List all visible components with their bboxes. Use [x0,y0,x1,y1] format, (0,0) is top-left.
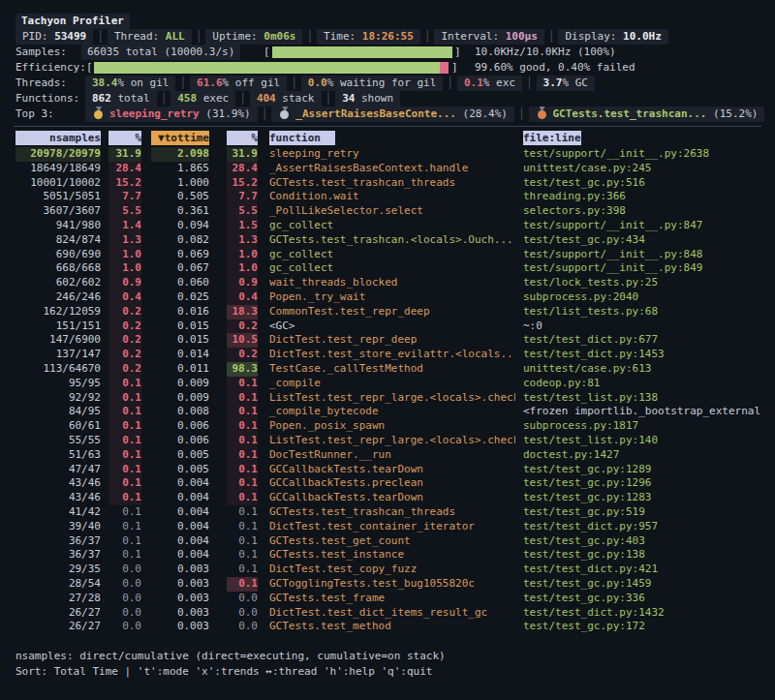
cell-c: 0.1 [227,391,258,406]
status-thread: Thread: ALL [108,29,192,45]
table-row[interactable]: 51/630.10.0050.1DocTestRunner.__rundocte… [0,448,775,463]
table-row[interactable]: 36/370.10.0040.1GCTests.test_instancetes… [0,548,775,563]
table-row[interactable]: 151/1510.20.0150.2<GC>~:0 [0,320,775,334]
cell-t: 0.004 [151,534,209,549]
cell-d: 28.4 [108,162,141,176]
cell-ns: 10001/10002 [16,176,101,191]
cell-c: 1.0 [227,248,258,262]
table-row[interactable]: 137/1470.20.0140.2DictTest.test_store_ev… [0,348,775,362]
cell-ns: 43/46 [16,491,101,505]
function-stat: 404 stack [250,91,322,107]
table-row[interactable]: 36/370.10.0040.1GCTests.test_get_countte… [0,534,775,549]
table-row[interactable]: 26/270.00.0030.0DictTest.test_dict_items… [0,606,775,621]
cell-c: 31.9 [227,147,258,162]
cell-ns: 26/27 [16,620,101,634]
table-row[interactable]: 824/8741.30.0821.3GCTests.test_trashcan.… [0,233,775,248]
table-row[interactable]: 43/460.10.0040.1GCCallbackTests.tearDown… [0,491,775,505]
cell-file: test/list_tests.py:68 [523,305,775,320]
cell-t: 0.069 [151,248,209,262]
header-tottime-sorted[interactable]: ▼tottime [151,131,209,145]
table-row[interactable]: 690/6901.00.0691.0gc_collecttest/support… [0,248,775,262]
table-row[interactable]: 26/270.00.0030.0GCTests.test_methodtest/… [0,620,775,634]
table-row[interactable]: 47/470.10.0050.1GCCallbackTests.tearDown… [0,463,775,477]
table-row[interactable]: 41/420.10.0040.1GCTests.test_trashcan_th… [0,505,775,520]
function-value: 458 [177,92,197,105]
status-value: ALL [166,30,185,43]
table-row[interactable]: 20978/2097931.92.09831.9sleeping_retryte… [0,147,775,162]
table-row[interactable]: 246/2460.40.0250.4Popen._try_waitsubproc… [0,290,775,305]
thread-value: 0.1 [464,76,483,89]
cell-ns: 28/54 [16,577,101,592]
samples-bar-open: [ [264,45,270,60]
table-row[interactable]: 3607/36075.50.3615.5_PollLikeSelector.se… [0,204,775,219]
top3-item[interactable]: GCTests.test_trashcan... (15.2%) [529,107,765,122]
cell-ns: 162/12059 [16,305,101,320]
cell-c: 0.1 [227,448,258,463]
thread-stat: 61.6% off gil [190,76,287,91]
samples-line: Samples: 66035 total (10000.3/s) [ ] 10.… [0,45,775,60]
cell-d: 0.1 [108,548,141,563]
header-cumulative-pct[interactable]: % [227,131,258,145]
cell-file: test/test_dict.py:1453 [523,348,775,362]
cell-d: 0.4 [108,290,141,305]
cell-d: 0.1 [108,463,141,477]
table-row[interactable]: 668/6681.00.0671.0gc_collecttest/support… [0,261,775,276]
table-row[interactable]: 92/920.10.0090.1ListTest.test_repr_large… [0,391,775,406]
cell-file: test/test_gc.py:172 [523,620,775,634]
header-direct-pct[interactable]: % [108,131,141,145]
cell-ns: 690/690 [16,248,101,262]
status-pid: PID: 53499 [16,29,93,45]
header-function[interactable]: function [269,131,515,145]
table-row[interactable]: 10001/1000215.21.00015.2GCTests.test_tra… [0,176,775,191]
table-row[interactable]: 941/9801.40.0941.5gc_collecttest/support… [0,219,775,233]
table-row[interactable]: 162/120590.20.01618.3CommonTest.test_rep… [0,305,775,320]
cell-ns: 60/61 [16,419,101,434]
header-nsamples[interactable]: nsamples [16,131,101,145]
thread-value: 38.4 [92,76,118,89]
cell-d: 0.1 [108,448,141,463]
top3-item[interactable]: sleeping_retry (31.9%) [85,107,258,122]
cell-fn: CommonTest.test_repr_deep [269,305,515,320]
table-row[interactable]: 147/69000.20.01510.5DictTest.test_repr_d… [0,333,775,348]
cell-t: 0.004 [151,520,209,534]
table-row[interactable]: 18649/1864928.41.86528.4_AssertRaisesBas… [0,162,775,176]
cell-fn: DictTest.test_store_evilattr.<locals... [269,348,515,362]
cell-ns: 113/64670 [16,362,101,377]
table-row[interactable]: 29/350.00.0030.1DictTest.test_copy_fuzzt… [0,563,775,577]
cell-d: 0.1 [108,491,141,505]
table-row[interactable]: 27/280.00.0030.0GCTests.test_frametest/t… [0,592,775,606]
cell-fn: GCTests.test_get_count [269,534,515,549]
efficiency-text: 99.60% good, 0.40% failed [475,60,636,76]
table-row[interactable]: 5051/50517.70.5057.7Condition.waitthread… [0,190,775,204]
function-value: 404 [257,92,276,105]
table-row[interactable]: 602/6020.90.0600.9wait_threads_blockedte… [0,276,775,290]
cell-c: 1.5 [227,219,258,233]
function-stat: 34 shown [335,91,400,107]
header-file-line[interactable]: file:line [523,131,775,145]
table-row[interactable]: 55/550.10.0060.1ListTest.test_repr_large… [0,434,775,448]
cell-c: 0.1 [227,577,258,592]
thread-stat: 0.0% waiting for gil [301,76,443,91]
cell-fn: wait_threads_blocked [269,276,515,290]
cell-fn: Popen._try_wait [269,290,515,305]
table-row[interactable]: 60/610.10.0060.1Popen._posix_spawnsubpro… [0,419,775,434]
cell-file: subprocess.py:2040 [523,290,775,305]
table-row[interactable]: 84/950.10.0080.1_compile_bytecode<frozen… [0,405,775,419]
cell-file: <frozen importlib._bootstrap_external [523,405,775,419]
top3-item[interactable]: _AssertRaisesBaseConte... (28.4%) [271,107,514,122]
cell-c: 0.1 [227,476,258,491]
cell-t: 0.361 [151,204,209,219]
cell-d: 0.0 [108,620,141,634]
cell-ns: 51/63 [16,448,101,463]
cell-d: 0.1 [108,405,141,419]
status-value: 0m06s [264,30,295,43]
table-row[interactable]: 28/540.00.0030.1GCTogglingTests.test_bug… [0,577,775,592]
top3-percent: (28.4%) [463,107,508,120]
table-row[interactable]: 95/950.10.0090.1_compilecodeop.py:81 [0,377,775,391]
cell-d: 0.1 [108,377,141,391]
table-row[interactable]: 43/460.10.0040.1GCCallbackTests.preclean… [0,476,775,491]
table-row[interactable]: 39/400.10.0040.1DictTest.test_container_… [0,520,775,534]
title-line: Tachyon Profiler [0,14,775,29]
status-value: 100μs [506,30,538,43]
table-row[interactable]: 113/646700.20.01198.3TestCase._callTestM… [0,362,775,377]
